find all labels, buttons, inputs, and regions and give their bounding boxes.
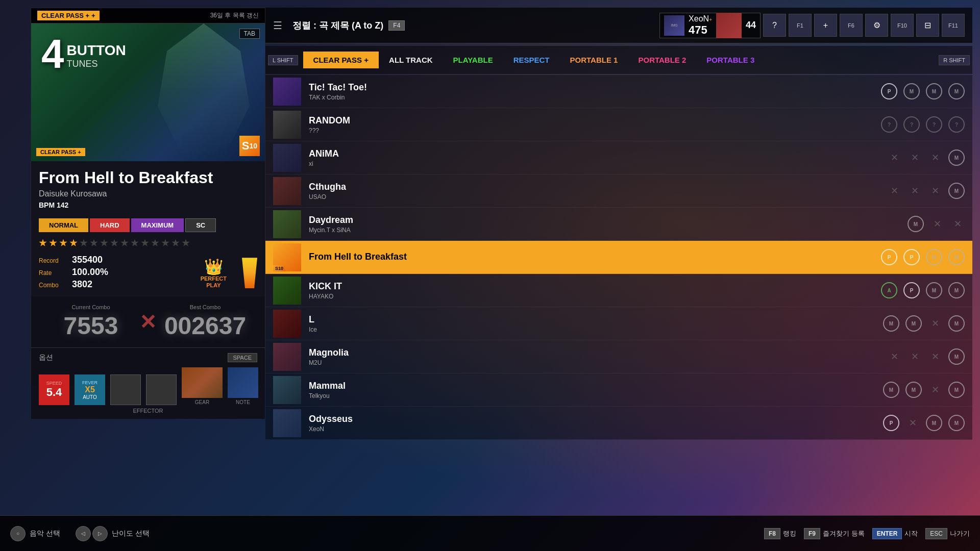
song-text: From Hell to Breakfast (309, 252, 881, 263)
rshift-key[interactable]: R SHIFT (939, 55, 970, 65)
s10-badge: S10 (273, 265, 285, 271)
diff-circle: P (883, 415, 899, 431)
f6-key[interactable]: F6 (840, 14, 863, 37)
diff-sc-tab[interactable]: SC (185, 218, 216, 232)
diff-circle: M (926, 282, 942, 298)
note-box[interactable] (228, 367, 258, 398)
diff-circle: M (948, 315, 965, 332)
arrow-keys: ◁ ▷ (76, 526, 108, 541)
filter-all-track[interactable]: ALL TRACK (379, 52, 443, 68)
song-thumb (273, 310, 301, 338)
crown-icon: 👑 (201, 258, 227, 276)
f4-key[interactable]: F4 (388, 20, 405, 31)
song-text: OdysseusXeoN (309, 414, 883, 433)
left-arrow-key[interactable]: ◁ (76, 526, 91, 541)
star-5 (80, 239, 88, 247)
song-text: ANiMAxi (309, 148, 887, 167)
song-row[interactable]: MammalTelkyouMM✕M (265, 373, 972, 407)
star-15 (182, 239, 190, 247)
diff-circle: P (903, 282, 920, 298)
diff-circle: ✕ (908, 349, 922, 364)
current-combo-value: 7553 (39, 312, 143, 340)
diff-circle: ✕ (887, 349, 901, 364)
diff-icons: MM✕M (883, 382, 965, 398)
score-stats: Record 355400 Rate 100.00% Combo 3802 (39, 255, 190, 291)
song-row[interactable]: MagnoliaM2U✕✕✕M (265, 340, 972, 373)
xeon-name: XeoN+ (689, 14, 712, 23)
right-arrow-key[interactable]: ▷ (92, 526, 108, 541)
song-row[interactable]: LIceMM✕M (265, 307, 972, 340)
perfect-play: 👑 PERFECTPLAY (201, 258, 227, 289)
filter-portable2[interactable]: PORTABLE 2 (628, 52, 696, 68)
add-button[interactable]: + (814, 14, 837, 37)
exit-icon[interactable]: ⊟ (916, 14, 939, 37)
empty-box-2 (146, 374, 177, 405)
star-11 (141, 239, 149, 247)
settings-icon[interactable]: ⚙ (865, 14, 888, 37)
diff-normal-tab[interactable]: NORMAL (39, 218, 88, 232)
song-text: MagnoliaM2U (309, 347, 887, 366)
filter-portable1[interactable]: PORTABLE 1 (560, 52, 628, 68)
song-row[interactable]: DaydreamMycin.T x SiNAM✕✕ (265, 208, 972, 241)
diff-maximum-tab[interactable]: MAXIMUM (131, 218, 184, 232)
empty-option-2 (146, 374, 177, 405)
right-panel: ☰ 정렬 : 곡 제목 (A to Z) F4 IMG XeoN+ 475 44… (265, 8, 972, 385)
clear-pass-label: CLEAR PASS + (41, 12, 89, 19)
song-row[interactable]: S10From Hell to BreakfastPPMM (265, 241, 972, 274)
diff-hard-tab[interactable]: HARD (90, 218, 130, 232)
f10-key[interactable]: F10 (891, 14, 914, 37)
options-row: SPEED 5.4 FEVER X5 AUTO (39, 367, 257, 405)
clear-pass-plus: + (91, 12, 95, 19)
song-row[interactable]: OdysseusXeoNP✕MM (265, 407, 972, 440)
song-thumb (273, 177, 301, 205)
song-row[interactable]: CthughaUSAO✕✕✕M (265, 174, 972, 208)
song-text: DaydreamMycin.T x SiNA (309, 215, 908, 234)
xeon-avatar2 (716, 13, 742, 38)
score-section: Record 355400 Rate 100.00% Combo 3802 👑 … (31, 249, 265, 296)
diff-circle: ✕ (950, 217, 965, 231)
f8-key[interactable]: F8 (764, 528, 780, 539)
speed-option: SPEED 5.4 (39, 374, 69, 405)
combo-x-icon: ✕ (139, 310, 157, 334)
filter-clear-pass[interactable]: CLEAR PASS + (303, 52, 379, 68)
perfect-text: PERFECTPLAY (201, 276, 227, 289)
f1-key[interactable]: F1 (789, 14, 812, 37)
filter-respect[interactable]: RESPECT (503, 52, 560, 68)
esc-key[interactable]: ESC (925, 528, 947, 539)
button-label: BUTTON TUNES (67, 42, 126, 69)
song-row[interactable]: Tic! Tac! Toe!TAK x CorbinPMMM (265, 75, 972, 108)
song-thumb: S10 (273, 243, 301, 271)
gear-box[interactable] (182, 367, 223, 398)
song-name-text: RANDOM (309, 115, 881, 126)
help-button[interactable]: ? (763, 14, 786, 37)
lshift-key[interactable]: L SHIFT (268, 55, 298, 65)
star-7 (100, 239, 108, 247)
bpm-label: BPM (39, 201, 55, 209)
song-thumb (273, 210, 301, 238)
song-text: RANDOM??? (309, 115, 881, 134)
empty-box-1 (110, 374, 141, 405)
difficulty-select-label: 난이도 선택 (112, 529, 150, 538)
enter-key[interactable]: ENTER (872, 528, 902, 539)
empty-option-1 (110, 374, 141, 405)
song-row[interactable]: KICK ITHAYAKOAPMM (265, 274, 972, 307)
tab-badge: TAB (239, 29, 260, 39)
song-thumb (273, 144, 301, 172)
diff-circle: ✕ (908, 184, 922, 198)
song-text: MammalTelkyou (309, 381, 883, 399)
bottom-right: F8 랭킹 F9 즐겨찾기 등록 ENTER 시작 ESC 나가기 (764, 528, 970, 539)
f11-key[interactable]: F11 (942, 14, 965, 37)
filter-portable3[interactable]: PORTABLE 3 (696, 52, 765, 68)
f9-key[interactable]: F9 (804, 528, 820, 539)
ranking-label: 랭킹 (783, 529, 796, 538)
star-14 (172, 239, 180, 247)
xeon-avatar: IMG (664, 15, 684, 36)
music-select-label: 음악 선택 (30, 529, 60, 538)
song-row[interactable]: ANiMAxi✕✕✕M (265, 141, 972, 174)
start-label: 시작 (904, 529, 918, 538)
current-combo-item: Current Combo 7553 (39, 304, 143, 340)
filter-playable[interactable]: PLAYABLE (443, 52, 503, 68)
song-row[interactable]: RANDOM??????? (265, 108, 972, 141)
star-6 (90, 239, 98, 247)
esc-exit: ESC 나가기 (925, 528, 970, 539)
